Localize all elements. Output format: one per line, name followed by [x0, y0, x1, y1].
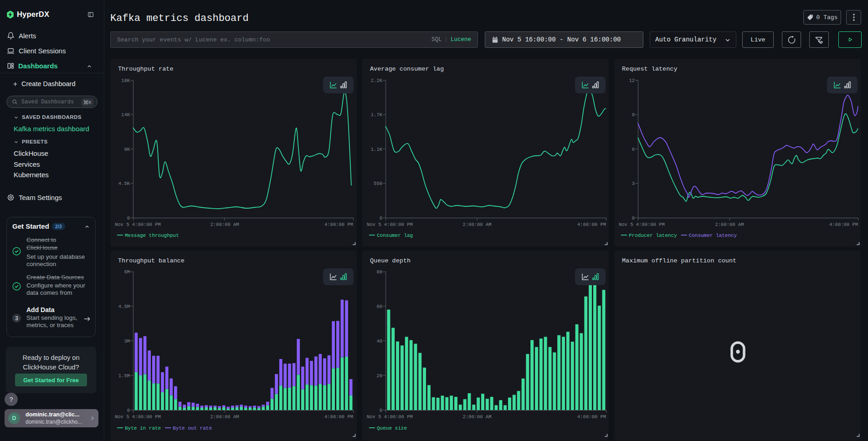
svg-text:Nov 5 4:00:00 PM: Nov 5 4:00:00 PM	[115, 414, 161, 420]
svg-text:0: 0	[380, 215, 382, 221]
svg-text:Queue depth: Queue depth	[370, 257, 411, 264]
svg-text:2:00:00 AM: 2:00:00 AM	[210, 414, 239, 420]
svg-text:Nov 5 4:00:00 PM: Nov 5 4:00:00 PM	[619, 222, 665, 227]
svg-text:Queue size: Queue size	[377, 426, 407, 431]
svg-text:18K: 18K	[121, 78, 130, 83]
svg-text:9: 9	[632, 112, 635, 118]
svg-text:0: 0	[380, 408, 382, 413]
svg-text:Byte out rate: Byte out rate	[173, 426, 212, 431]
svg-text:12: 12	[629, 78, 635, 83]
svg-text:4.5K: 4.5K	[118, 181, 130, 186]
svg-text:60: 60	[376, 304, 382, 309]
svg-text:Producer latency: Producer latency	[629, 233, 677, 238]
svg-text:2:00:00 AM: 2:00:00 AM	[715, 222, 744, 227]
svg-text:Consumer lag: Consumer lag	[377, 233, 413, 238]
svg-text:Maximum offline partition coun: Maximum offline partition count	[622, 257, 736, 264]
svg-text:3: 3	[632, 181, 635, 186]
svg-text:9K: 9K	[124, 147, 130, 152]
svg-text:1.7K: 1.7K	[371, 112, 383, 118]
svg-text:2:00:00 AM: 2:00:00 AM	[210, 222, 239, 227]
svg-text:80: 80	[376, 269, 382, 275]
svg-text:Byte in rate: Byte in rate	[125, 426, 161, 431]
svg-text:1.1K: 1.1K	[371, 147, 383, 152]
svg-text:Average consumer lag: Average consumer lag	[370, 66, 444, 72]
svg-text:40: 40	[376, 338, 382, 344]
svg-text:Nov 5 4:00:00 PM: Nov 5 4:00:00 PM	[115, 222, 161, 227]
svg-text:20: 20	[376, 373, 382, 379]
svg-text:Throughput balance: Throughput balance	[118, 257, 185, 264]
svg-text:Request latency: Request latency	[622, 66, 678, 72]
svg-text:Nov 5 4:00:00 PM: Nov 5 4:00:00 PM	[367, 222, 413, 227]
svg-text:3M: 3M	[124, 338, 130, 344]
svg-text:6M: 6M	[124, 269, 130, 275]
svg-text:4:00:00 PM: 4:00:00 PM	[324, 222, 353, 227]
svg-text:Throughput rate: Throughput rate	[118, 66, 174, 72]
svg-text:2:00:00 AM: 2:00:00 AM	[462, 222, 491, 227]
svg-text:0: 0	[127, 408, 130, 413]
svg-text:Nov 5 4:00:00 PM: Nov 5 4:00:00 PM	[367, 414, 413, 420]
svg-text:4:00:00 PM: 4:00:00 PM	[577, 414, 606, 420]
svg-text:Consumer latency: Consumer latency	[689, 233, 737, 238]
svg-text:4:00:00 PM: 4:00:00 PM	[324, 414, 353, 420]
svg-text:6: 6	[632, 147, 635, 152]
svg-text:550: 550	[374, 181, 382, 186]
svg-text:2.2K: 2.2K	[371, 78, 383, 83]
svg-text:0: 0	[632, 215, 635, 221]
svg-text:2:00:00 AM: 2:00:00 AM	[462, 414, 491, 420]
svg-text:4:00:00 PM: 4:00:00 PM	[577, 222, 606, 227]
svg-text:Message throughput: Message throughput	[125, 233, 179, 238]
svg-text:1.5M: 1.5M	[118, 373, 130, 379]
svg-text:4:00:00 PM: 4:00:00 PM	[829, 222, 858, 227]
svg-text:0: 0	[127, 215, 130, 221]
svg-text:4.5M: 4.5M	[118, 304, 130, 309]
svg-text:14K: 14K	[121, 112, 130, 118]
